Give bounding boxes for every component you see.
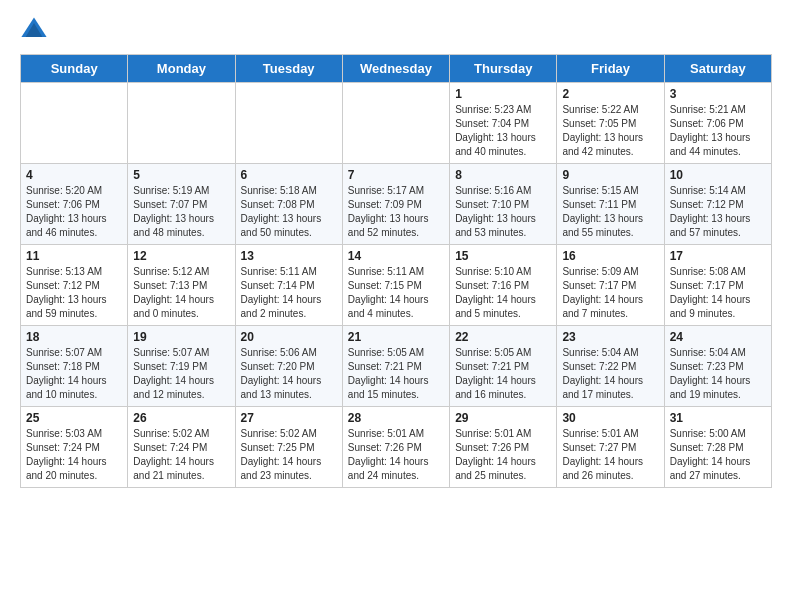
day-number: 10 <box>670 168 766 182</box>
day-info: Sunrise: 5:15 AM Sunset: 7:11 PM Dayligh… <box>562 184 658 240</box>
calendar-cell: 3Sunrise: 5:21 AM Sunset: 7:06 PM Daylig… <box>664 83 771 164</box>
day-number: 15 <box>455 249 551 263</box>
weekday-header-saturday: Saturday <box>664 55 771 83</box>
day-number: 22 <box>455 330 551 344</box>
calendar-cell: 9Sunrise: 5:15 AM Sunset: 7:11 PM Daylig… <box>557 164 664 245</box>
day-info: Sunrise: 5:01 AM Sunset: 7:27 PM Dayligh… <box>562 427 658 483</box>
calendar-cell: 27Sunrise: 5:02 AM Sunset: 7:25 PM Dayli… <box>235 407 342 488</box>
day-info: Sunrise: 5:04 AM Sunset: 7:23 PM Dayligh… <box>670 346 766 402</box>
calendar: SundayMondayTuesdayWednesdayThursdayFrid… <box>20 54 772 488</box>
day-info: Sunrise: 5:12 AM Sunset: 7:13 PM Dayligh… <box>133 265 229 321</box>
day-number: 5 <box>133 168 229 182</box>
day-number: 25 <box>26 411 122 425</box>
day-info: Sunrise: 5:02 AM Sunset: 7:25 PM Dayligh… <box>241 427 337 483</box>
calendar-cell: 28Sunrise: 5:01 AM Sunset: 7:26 PM Dayli… <box>342 407 449 488</box>
day-number: 4 <box>26 168 122 182</box>
day-info: Sunrise: 5:00 AM Sunset: 7:28 PM Dayligh… <box>670 427 766 483</box>
calendar-cell: 31Sunrise: 5:00 AM Sunset: 7:28 PM Dayli… <box>664 407 771 488</box>
calendar-cell: 13Sunrise: 5:11 AM Sunset: 7:14 PM Dayli… <box>235 245 342 326</box>
day-info: Sunrise: 5:04 AM Sunset: 7:22 PM Dayligh… <box>562 346 658 402</box>
day-info: Sunrise: 5:21 AM Sunset: 7:06 PM Dayligh… <box>670 103 766 159</box>
calendar-cell: 26Sunrise: 5:02 AM Sunset: 7:24 PM Dayli… <box>128 407 235 488</box>
day-info: Sunrise: 5:08 AM Sunset: 7:17 PM Dayligh… <box>670 265 766 321</box>
weekday-header-sunday: Sunday <box>21 55 128 83</box>
calendar-cell: 16Sunrise: 5:09 AM Sunset: 7:17 PM Dayli… <box>557 245 664 326</box>
weekday-header-tuesday: Tuesday <box>235 55 342 83</box>
calendar-week-3: 11Sunrise: 5:13 AM Sunset: 7:12 PM Dayli… <box>21 245 772 326</box>
weekday-header-wednesday: Wednesday <box>342 55 449 83</box>
day-number: 29 <box>455 411 551 425</box>
calendar-cell: 29Sunrise: 5:01 AM Sunset: 7:26 PM Dayli… <box>450 407 557 488</box>
day-info: Sunrise: 5:03 AM Sunset: 7:24 PM Dayligh… <box>26 427 122 483</box>
calendar-week-1: 1Sunrise: 5:23 AM Sunset: 7:04 PM Daylig… <box>21 83 772 164</box>
calendar-cell: 15Sunrise: 5:10 AM Sunset: 7:16 PM Dayli… <box>450 245 557 326</box>
calendar-cell: 24Sunrise: 5:04 AM Sunset: 7:23 PM Dayli… <box>664 326 771 407</box>
day-info: Sunrise: 5:23 AM Sunset: 7:04 PM Dayligh… <box>455 103 551 159</box>
day-info: Sunrise: 5:14 AM Sunset: 7:12 PM Dayligh… <box>670 184 766 240</box>
day-info: Sunrise: 5:05 AM Sunset: 7:21 PM Dayligh… <box>348 346 444 402</box>
day-number: 23 <box>562 330 658 344</box>
day-number: 7 <box>348 168 444 182</box>
calendar-cell: 5Sunrise: 5:19 AM Sunset: 7:07 PM Daylig… <box>128 164 235 245</box>
day-number: 18 <box>26 330 122 344</box>
calendar-cell: 21Sunrise: 5:05 AM Sunset: 7:21 PM Dayli… <box>342 326 449 407</box>
day-info: Sunrise: 5:19 AM Sunset: 7:07 PM Dayligh… <box>133 184 229 240</box>
day-info: Sunrise: 5:09 AM Sunset: 7:17 PM Dayligh… <box>562 265 658 321</box>
calendar-cell <box>21 83 128 164</box>
calendar-cell: 25Sunrise: 5:03 AM Sunset: 7:24 PM Dayli… <box>21 407 128 488</box>
day-info: Sunrise: 5:18 AM Sunset: 7:08 PM Dayligh… <box>241 184 337 240</box>
day-info: Sunrise: 5:20 AM Sunset: 7:06 PM Dayligh… <box>26 184 122 240</box>
day-number: 20 <box>241 330 337 344</box>
day-info: Sunrise: 5:17 AM Sunset: 7:09 PM Dayligh… <box>348 184 444 240</box>
day-number: 19 <box>133 330 229 344</box>
day-info: Sunrise: 5:11 AM Sunset: 7:15 PM Dayligh… <box>348 265 444 321</box>
day-number: 12 <box>133 249 229 263</box>
calendar-cell: 23Sunrise: 5:04 AM Sunset: 7:22 PM Dayli… <box>557 326 664 407</box>
day-info: Sunrise: 5:02 AM Sunset: 7:24 PM Dayligh… <box>133 427 229 483</box>
calendar-cell: 6Sunrise: 5:18 AM Sunset: 7:08 PM Daylig… <box>235 164 342 245</box>
day-info: Sunrise: 5:11 AM Sunset: 7:14 PM Dayligh… <box>241 265 337 321</box>
calendar-cell: 1Sunrise: 5:23 AM Sunset: 7:04 PM Daylig… <box>450 83 557 164</box>
calendar-cell: 10Sunrise: 5:14 AM Sunset: 7:12 PM Dayli… <box>664 164 771 245</box>
calendar-week-2: 4Sunrise: 5:20 AM Sunset: 7:06 PM Daylig… <box>21 164 772 245</box>
calendar-cell: 11Sunrise: 5:13 AM Sunset: 7:12 PM Dayli… <box>21 245 128 326</box>
calendar-cell: 17Sunrise: 5:08 AM Sunset: 7:17 PM Dayli… <box>664 245 771 326</box>
calendar-cell: 18Sunrise: 5:07 AM Sunset: 7:18 PM Dayli… <box>21 326 128 407</box>
calendar-cell: 7Sunrise: 5:17 AM Sunset: 7:09 PM Daylig… <box>342 164 449 245</box>
day-info: Sunrise: 5:05 AM Sunset: 7:21 PM Dayligh… <box>455 346 551 402</box>
day-number: 11 <box>26 249 122 263</box>
day-number: 24 <box>670 330 766 344</box>
calendar-cell: 12Sunrise: 5:12 AM Sunset: 7:13 PM Dayli… <box>128 245 235 326</box>
calendar-cell: 19Sunrise: 5:07 AM Sunset: 7:19 PM Dayli… <box>128 326 235 407</box>
calendar-cell: 14Sunrise: 5:11 AM Sunset: 7:15 PM Dayli… <box>342 245 449 326</box>
day-number: 13 <box>241 249 337 263</box>
day-info: Sunrise: 5:13 AM Sunset: 7:12 PM Dayligh… <box>26 265 122 321</box>
day-number: 16 <box>562 249 658 263</box>
day-number: 31 <box>670 411 766 425</box>
day-number: 30 <box>562 411 658 425</box>
weekday-header-thursday: Thursday <box>450 55 557 83</box>
calendar-cell <box>342 83 449 164</box>
calendar-cell: 30Sunrise: 5:01 AM Sunset: 7:27 PM Dayli… <box>557 407 664 488</box>
day-info: Sunrise: 5:10 AM Sunset: 7:16 PM Dayligh… <box>455 265 551 321</box>
day-info: Sunrise: 5:22 AM Sunset: 7:05 PM Dayligh… <box>562 103 658 159</box>
page: SundayMondayTuesdayWednesdayThursdayFrid… <box>0 0 792 504</box>
day-number: 21 <box>348 330 444 344</box>
day-info: Sunrise: 5:01 AM Sunset: 7:26 PM Dayligh… <box>348 427 444 483</box>
calendar-cell: 20Sunrise: 5:06 AM Sunset: 7:20 PM Dayli… <box>235 326 342 407</box>
weekday-header-monday: Monday <box>128 55 235 83</box>
day-info: Sunrise: 5:16 AM Sunset: 7:10 PM Dayligh… <box>455 184 551 240</box>
day-info: Sunrise: 5:07 AM Sunset: 7:18 PM Dayligh… <box>26 346 122 402</box>
day-info: Sunrise: 5:06 AM Sunset: 7:20 PM Dayligh… <box>241 346 337 402</box>
day-number: 26 <box>133 411 229 425</box>
day-number: 6 <box>241 168 337 182</box>
day-number: 14 <box>348 249 444 263</box>
calendar-week-5: 25Sunrise: 5:03 AM Sunset: 7:24 PM Dayli… <box>21 407 772 488</box>
day-number: 1 <box>455 87 551 101</box>
calendar-week-4: 18Sunrise: 5:07 AM Sunset: 7:18 PM Dayli… <box>21 326 772 407</box>
weekday-header-friday: Friday <box>557 55 664 83</box>
calendar-cell <box>128 83 235 164</box>
day-number: 28 <box>348 411 444 425</box>
calendar-cell <box>235 83 342 164</box>
calendar-cell: 8Sunrise: 5:16 AM Sunset: 7:10 PM Daylig… <box>450 164 557 245</box>
